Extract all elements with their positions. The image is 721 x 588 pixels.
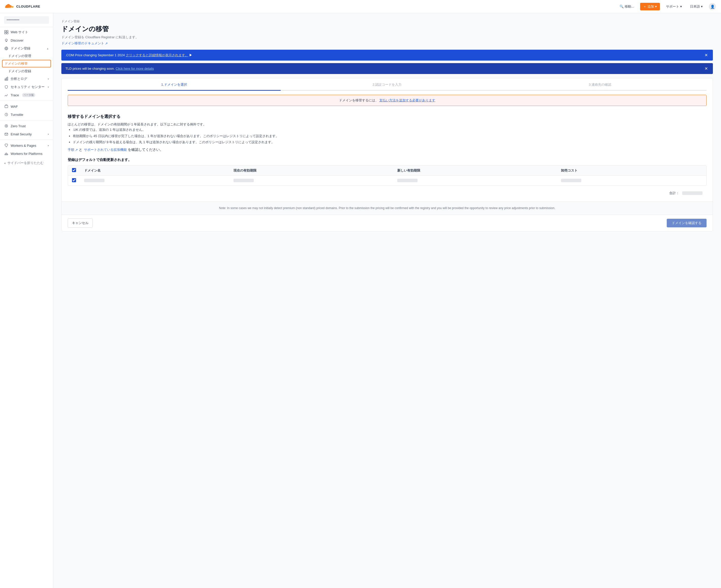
- workers-icon: [4, 143, 8, 148]
- user-icon: 👤: [710, 4, 715, 8]
- trace-icon: [4, 93, 8, 97]
- confirm-button[interactable]: ドメインを確認する: [667, 219, 706, 227]
- sidebar-item-turnstile[interactable]: Turnstile: [0, 110, 53, 119]
- plus-icon: ＋: [643, 4, 646, 9]
- sidebar-item-domain-transfer[interactable]: ドメインの移管: [2, 60, 51, 67]
- sidebar-account: ••••••••••••: [0, 13, 53, 27]
- grid-icon: [4, 30, 8, 35]
- transfer-card: 1.ドメインを選択 2.認証コードを入力 3.連絡先の確認 ドメインを移管するに…: [61, 78, 713, 231]
- sidebar-item-domain-register[interactable]: ドメインの登録: [0, 68, 53, 75]
- banner-tld-price-link[interactable]: Click here for more details: [116, 67, 154, 70]
- logo[interactable]: CLOUDFLARE: [5, 3, 40, 9]
- add-payment-link[interactable]: 支払い方法を追加する必要があります: [379, 98, 435, 102]
- breadcrumb: ドメイン登録: [61, 19, 713, 24]
- cost-header: 卸売コスト: [557, 166, 706, 176]
- row-checkbox[interactable]: [72, 178, 76, 182]
- banner-tld-price-close[interactable]: ✕: [703, 66, 709, 71]
- svg-rect-1: [6, 30, 8, 32]
- add-button[interactable]: ＋ 追加 ▾: [640, 3, 660, 10]
- shield-icon: [4, 85, 8, 89]
- topbar-left: CLOUDFLARE: [5, 3, 40, 9]
- topbar-right: 🔍 移動... ＋ 追加 ▾ サポート ▾ 日本語 ▾ 👤: [618, 3, 716, 10]
- note-box: Note: In some cases we may not initially…: [62, 202, 713, 215]
- beta-badge: ベータ版: [22, 93, 35, 97]
- chevron-down-icon: ▾: [48, 86, 49, 88]
- sidebar-item-trace[interactable]: Trace ベータ版: [0, 91, 53, 99]
- svg-rect-8: [7, 77, 8, 80]
- sidebar-item-email-security[interactable]: Email Security ▾: [0, 130, 53, 138]
- procedure-link[interactable]: 手順 ↗: [68, 147, 78, 152]
- page-description: ドメイン登録を Cloudflare Registrar に転送します。: [61, 35, 713, 40]
- total-value: ••••••: [682, 191, 702, 195]
- domain-section: 移管するドメインを選択する ほとんどの移管は、ドメインの有効期間が 1 年延長さ…: [62, 110, 713, 202]
- logo-text: CLOUDFLARE: [16, 4, 40, 8]
- select-all-header: [68, 166, 80, 176]
- lock-icon: [4, 124, 8, 128]
- step-3[interactable]: 3.連絡先の確認: [494, 82, 706, 91]
- sidebar-item-zero-trust[interactable]: Zero Trust: [0, 122, 53, 130]
- step-2[interactable]: 2.認証コードを入力: [281, 82, 494, 91]
- chart-icon: [4, 77, 8, 81]
- topbar: CLOUDFLARE 🔍 移動... ＋ 追加 ▾ サポート ▾ 日本語 ▾: [0, 0, 721, 13]
- sidebar-item-workers-pages[interactable]: Workers & Pages ▾: [0, 142, 53, 149]
- external-link-icon: ↗: [75, 148, 78, 152]
- supported-link[interactable]: サポートされている拡張機能: [84, 147, 127, 152]
- turnstile-icon: [4, 112, 8, 117]
- auto-renew-label: 登録はデフォルトで自動更新されます。: [68, 158, 706, 162]
- domain-name-cell: ••••••••: [80, 176, 229, 186]
- note-text: Note: In some cases we may not initially…: [68, 206, 706, 211]
- current-expiry-cell: •••• • ••••••: [229, 176, 393, 186]
- waf-icon: [4, 104, 8, 109]
- table-row: •••••••• •••• • •••••• •••••••••• ••••••: [68, 176, 706, 186]
- current-expiry-value: •••• • ••••••: [233, 179, 254, 182]
- svg-rect-0: [4, 30, 6, 32]
- main-content: ドメイン登録 ドメインの移管 ドメイン登録を Cloudflare Regist…: [53, 13, 721, 588]
- support-button[interactable]: サポート ▾: [664, 3, 684, 10]
- sidebar-collapse-btn[interactable]: « サイドバーを折りたたむ: [0, 159, 53, 167]
- account-selector[interactable]: ••••••••••••: [4, 16, 49, 24]
- chevron-down-icon: ▾: [655, 4, 657, 8]
- svg-rect-6: [5, 79, 5, 80]
- user-avatar[interactable]: 👤: [709, 3, 716, 10]
- payment-error-box: ドメインを移管するには、 支払い方法を追加する必要があります: [68, 95, 706, 106]
- select-all-checkbox[interactable]: [72, 168, 76, 172]
- sidebar-item-domain-manage[interactable]: ドメインの管理: [0, 52, 53, 60]
- page-title: ドメインの移管: [61, 25, 713, 34]
- globe-icon: [4, 46, 8, 51]
- domain-section-desc: ほとんどの移管は、ドメインの有効期間が 1 年延長されます。以下はこれに対する例…: [68, 122, 706, 145]
- banner-com-price-link[interactable]: クリックすると詳細情報が表示されます。: [126, 53, 188, 57]
- new-expiry-value: ••••••••••: [397, 179, 417, 182]
- sidebar: •••••••••••• Web サイト Discover: [0, 13, 53, 588]
- cloudflare-logo-icon: [5, 3, 14, 9]
- sidebar-item-discover[interactable]: Discover: [0, 36, 53, 44]
- svg-rect-7: [6, 78, 7, 80]
- search-icon: 🔍: [620, 4, 624, 8]
- banner-com-price-close[interactable]: ✕: [703, 53, 709, 58]
- banner-com-price: .COM Price changing September 1 2024 クリッ…: [61, 50, 713, 61]
- sidebar-nav: Web サイト Discover ドメイン登録 ▲: [0, 27, 53, 159]
- chevron-up-icon: ▲: [46, 47, 49, 50]
- chevron-down-icon: ▾: [48, 144, 49, 147]
- email-icon: [4, 132, 8, 136]
- sidebar-item-domain-reg[interactable]: ドメイン登録 ▲: [0, 44, 53, 52]
- banner-tld-price: TLD prices will be changing soon. Click …: [61, 63, 713, 74]
- sidebar-item-security-center[interactable]: セキュリティ センター ▾: [0, 83, 53, 91]
- sidebar-item-analytics[interactable]: 分析とログ ▾: [0, 75, 53, 83]
- domain-table: ドメイン名 現在の有効期限 新しい有効期限 卸売コスト: [68, 165, 706, 186]
- svg-rect-3: [6, 33, 8, 34]
- svg-point-4: [5, 39, 7, 41]
- chevron-down-icon: ▾: [701, 4, 703, 8]
- step-1[interactable]: 1.ドメインを選択: [68, 82, 281, 91]
- search-button[interactable]: 🔍 移動...: [618, 3, 636, 10]
- doc-link[interactable]: ドメイン移管のドキュメント ↗: [61, 41, 108, 46]
- language-button[interactable]: 日本語 ▾: [688, 3, 705, 10]
- svg-rect-9: [5, 105, 8, 108]
- svg-rect-2: [4, 33, 6, 34]
- cancel-button[interactable]: キャンセル: [68, 218, 93, 228]
- external-link-icon: ↗: [105, 42, 108, 45]
- domain-section-title: 移管するドメインを選択する: [68, 114, 706, 119]
- sidebar-item-websites[interactable]: Web サイト: [0, 28, 53, 36]
- section-link-desc: 手順 ↗ と サポートされている拡張機能 を確認してください。: [68, 147, 706, 155]
- sidebar-item-workers-platforms[interactable]: Workers for Platforms: [0, 149, 53, 158]
- sidebar-item-waf[interactable]: WAF: [0, 102, 53, 110]
